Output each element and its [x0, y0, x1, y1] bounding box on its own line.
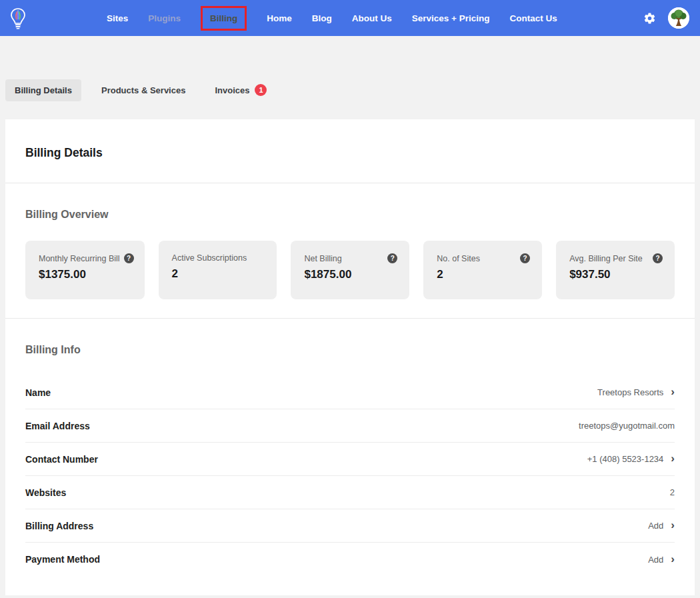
billing-overview-cards: Monthly Recurring Bill ? $1375.00 Active…: [25, 241, 675, 318]
top-nav-bar: Sites Plugins Billing Home Blog About Us…: [0, 0, 700, 36]
chevron-right-icon: ›: [671, 386, 675, 397]
info-row-value: Add: [648, 555, 663, 565]
page-title: Billing Details: [5, 119, 695, 183]
info-row-label: Contact Number: [25, 454, 98, 465]
info-row-label: Name: [25, 387, 51, 398]
stat-card-label: No. of Sites: [437, 254, 480, 263]
nav-item-sites[interactable]: Sites: [107, 13, 128, 23]
tab-products-services-label: Products & Services: [101, 85, 185, 95]
help-icon[interactable]: ?: [387, 253, 397, 263]
nav-item-blog[interactable]: Blog: [312, 13, 332, 23]
gear-icon[interactable]: [643, 11, 656, 25]
stat-card-value: 2: [437, 268, 530, 281]
info-row-value: 2: [670, 487, 675, 497]
chevron-right-icon: ›: [671, 553, 675, 565]
info-row-label: Websites: [25, 487, 66, 498]
lightbulb-logo-icon[interactable]: [9, 7, 28, 29]
help-icon[interactable]: ?: [520, 253, 530, 263]
help-icon[interactable]: ?: [124, 253, 134, 263]
nav-item-about-us[interactable]: About Us: [352, 13, 392, 23]
stat-card-value: 2: [172, 267, 265, 281]
nav-item-plugins[interactable]: Plugins: [148, 13, 181, 23]
help-icon[interactable]: ?: [653, 253, 663, 263]
stat-card-label: Monthly Recurring Bill: [39, 254, 120, 263]
stat-card-value: $937.50: [569, 268, 663, 281]
stat-card-value: $1375.00: [39, 268, 133, 281]
stat-card-avg-billing-per-site: Avg. Billing Per Site ? $937.50: [556, 241, 675, 299]
info-row-name[interactable]: Name Treetops Resorts ›: [25, 376, 675, 409]
info-row-contact-number[interactable]: Contact Number +1 (408) 5523-1234 ›: [25, 443, 675, 476]
tab-invoices-label: Invoices: [215, 85, 249, 95]
stat-card-net-billing: Net Billing ? $1875.00: [291, 241, 409, 299]
main-nav: Sites Plugins Billing Home Blog About Us…: [107, 6, 557, 31]
info-row-label: Billing Address: [25, 521, 93, 531]
billing-info-list: Name Treetops Resorts › Email Address tr…: [25, 376, 675, 576]
stat-card-label: Avg. Billing Per Site: [569, 254, 643, 263]
tab-billing-details-label: Billing Details: [15, 85, 72, 95]
nav-item-home[interactable]: Home: [267, 13, 292, 23]
info-row-label: Payment Method: [25, 554, 100, 565]
info-row-value: treetops@yugotmail.com: [579, 421, 675, 431]
info-row-payment-method[interactable]: Payment Method Add ›: [25, 543, 675, 576]
stat-card-label: Net Billing: [304, 254, 341, 263]
tree-avatar[interactable]: [668, 7, 689, 29]
stat-card-no-of-sites: No. of Sites ? 2: [423, 241, 542, 299]
section-title-billing-overview: Billing Overview: [25, 183, 675, 221]
info-row-websites: Websites 2: [25, 476, 675, 509]
stat-card-value: $1875.00: [304, 268, 397, 281]
billing-highlight-box: Billing: [201, 6, 247, 31]
section-title-billing-info: Billing Info: [25, 319, 675, 356]
nav-item-contact-us[interactable]: Contact Us: [510, 13, 557, 23]
invoices-count-badge: 1: [255, 84, 267, 96]
info-row-value: +1 (408) 5523-1234: [587, 454, 664, 464]
info-row-value: Add: [648, 521, 663, 531]
billing-tabs: Billing Details Products & Services Invo…: [5, 78, 695, 102]
tab-invoices[interactable]: Invoices 1: [205, 78, 276, 102]
info-row-email-address: Email Address treetops@yugotmail.com: [25, 409, 675, 443]
stat-card-monthly-recurring-bill: Monthly Recurring Bill ? $1375.00: [25, 241, 145, 299]
nav-item-billing[interactable]: Billing: [210, 13, 237, 23]
nav-item-services-pricing[interactable]: Services + Pricing: [412, 13, 490, 23]
chevron-right-icon: ›: [671, 453, 675, 464]
chevron-right-icon: ›: [671, 519, 675, 531]
info-row-billing-address[interactable]: Billing Address Add ›: [25, 509, 675, 543]
stat-card-label: Active Subscriptions: [172, 253, 247, 263]
billing-details-panel: Billing Details Billing Overview Monthly…: [5, 119, 695, 595]
info-row-label: Email Address: [25, 421, 90, 431]
tab-billing-details[interactable]: Billing Details: [5, 79, 81, 101]
tab-products-services[interactable]: Products & Services: [92, 79, 195, 101]
info-row-value: Treetops Resorts: [597, 387, 663, 397]
stat-card-active-subscriptions: Active Subscriptions 2: [159, 241, 277, 299]
